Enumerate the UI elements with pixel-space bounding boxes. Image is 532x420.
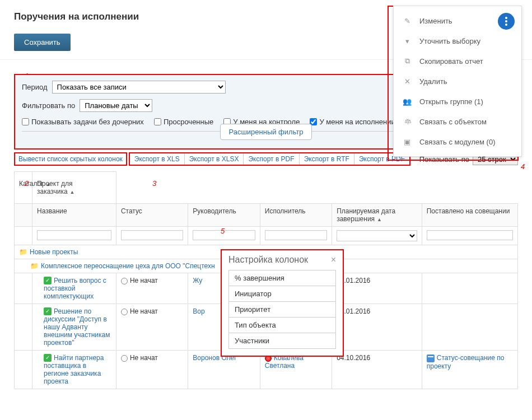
column-config-popup: Настройка колонок × % завершения Инициат…: [221, 249, 344, 357]
link-icon: 𐄷: [403, 117, 412, 126]
status-icon: [121, 278, 128, 284]
col-status[interactable]: Статус: [116, 204, 188, 227]
context-menu: ✎Изменить ▾Уточнить выборку ⧉Скопировать…: [393, 6, 522, 157]
col-config-item[interactable]: % завершения: [228, 270, 336, 286]
more-button[interactable]: [498, 13, 515, 30]
filter-executor[interactable]: [265, 230, 327, 240]
check-no-children[interactable]: Показывать задачи без дочерних: [22, 118, 144, 126]
annotation-2: 2: [25, 179, 29, 188]
close-icon[interactable]: ×: [331, 255, 336, 265]
export-group: Экспорт в XLS Экспорт в XLSX Экспорт в P…: [129, 152, 410, 166]
col-config-item[interactable]: Участники: [228, 333, 336, 349]
export-xls[interactable]: Экспорт в XLS: [130, 153, 185, 165]
group-header-project[interactable]: Проект для заказчика: [37, 180, 72, 195]
menu-item-link-object[interactable]: 𐄷Связать с объектом: [394, 111, 521, 132]
pencil-icon: ✎: [403, 16, 412, 25]
manager-link[interactable]: Жу: [193, 277, 202, 284]
export-rtf[interactable]: Экспорт в RTF: [300, 153, 354, 165]
menu-item-link-module[interactable]: ▣Связать с модулем (0): [394, 132, 521, 152]
check-on-execution[interactable]: У меня на исполнении: [310, 118, 395, 126]
save-button[interactable]: Сохранить: [14, 34, 71, 51]
export-xlsx[interactable]: Экспорт в XLSX: [185, 153, 244, 165]
col-plan-end[interactable]: Планируемая дата завершения▲: [332, 204, 422, 227]
menu-item-refine[interactable]: ▾Уточнить выборку: [394, 31, 521, 51]
check-overdue[interactable]: Просроченные: [154, 118, 213, 126]
filter-title[interactable]: [37, 230, 111, 240]
col-title[interactable]: Название: [32, 204, 116, 227]
meeting-icon: [427, 354, 435, 362]
filter-plan-end[interactable]: [337, 230, 417, 241]
manager-link[interactable]: Вор: [193, 307, 204, 315]
col-config-item[interactable]: Инициатор: [228, 286, 336, 302]
advanced-filter-button[interactable]: Расширенный фильтр: [220, 124, 311, 140]
filterby-label: Фильтровать по: [22, 101, 75, 110]
module-icon: ▣: [403, 137, 412, 146]
copy-icon: ⧉: [403, 57, 412, 66]
annotation-5: 5: [221, 227, 225, 235]
menu-item-open-group[interactable]: 👥Открыть группе (1): [394, 91, 521, 111]
meeting-link[interactable]: Статус-совещание по проекту: [427, 354, 505, 370]
col-config-title: Настройка колонок: [228, 255, 308, 265]
col-blank[interactable]: [15, 204, 32, 227]
annotation-4: 4: [521, 162, 525, 171]
task-link[interactable]: Найти партнера поставщика в регионе зака…: [44, 354, 104, 385]
annotation-3: 3: [152, 179, 156, 188]
task-link[interactable]: Решение по дискуссии "Доступ в нашу Адва…: [44, 307, 110, 347]
period-label: Период: [22, 83, 48, 91]
task-link[interactable]: Решить вопрос с поставкой комплектующих: [44, 277, 106, 300]
check-icon: ✓: [44, 354, 52, 362]
folder-icon: 📁: [30, 262, 39, 270]
filter-row: [15, 227, 518, 245]
x-icon: ✕: [403, 77, 412, 86]
col-meeting[interactable]: Поставлено на совещании: [422, 204, 517, 227]
column-header-row: Название Статус Руководитель Исполнитель…: [15, 204, 518, 227]
show-hidden-columns-link[interactable]: Вывести список скрытых колонок: [14, 152, 127, 166]
menu-item-delete[interactable]: ✕Удалить: [394, 71, 521, 91]
export-pdf[interactable]: Экспорт в PDF: [244, 153, 299, 165]
check-icon: ✓: [44, 277, 52, 284]
status-icon: [121, 355, 128, 362]
col-executor[interactable]: Исполнитель: [260, 204, 332, 227]
funnel-icon: ▾: [403, 36, 412, 45]
period-select[interactable]: Показать все записи: [52, 81, 226, 94]
col-config-item[interactable]: Приоритет: [228, 301, 336, 318]
check-icon: ✓: [44, 307, 52, 315]
filter-status[interactable]: [121, 230, 183, 240]
filter-meeting[interactable]: [427, 230, 513, 240]
col-manager[interactable]: Руководитель: [188, 204, 260, 227]
col-config-item[interactable]: Тип объекта: [228, 317, 336, 333]
filterby-select[interactable]: Плановые даты: [80, 99, 152, 112]
folder-icon: 📁: [19, 248, 27, 256]
menu-item-copy[interactable]: ⧉Скопировать отчет: [394, 51, 521, 71]
group-icon: 👥: [403, 97, 412, 106]
status-icon: [121, 309, 128, 315]
